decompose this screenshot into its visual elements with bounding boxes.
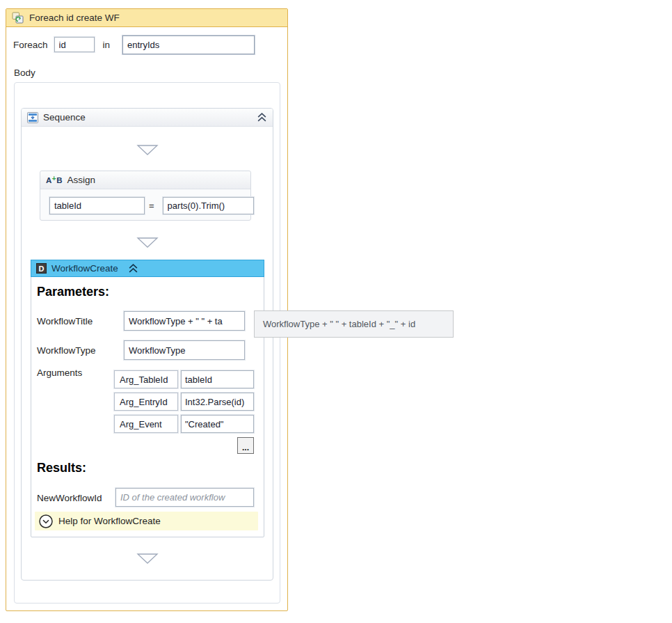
workflow-create-title: WorkflowCreate [51, 263, 118, 274]
expand-circle-chevron-icon[interactable] [38, 514, 54, 529]
workflow-title-label: WorkflowTitle [37, 316, 93, 326]
argument-value-input[interactable] [181, 415, 254, 433]
collapse-chevron-icon[interactable] [128, 263, 138, 274]
expression-tooltip: WorkflowType + " " + tableId + "_" + id [254, 310, 454, 338]
arguments-label: Arguments [37, 368, 82, 378]
assign-header[interactable]: A+B Assign [40, 171, 250, 189]
drop-arrow-icon [136, 144, 159, 156]
foreach-expression-row: Foreach in [13, 34, 255, 55]
argument-name: Arg_EntryId [114, 393, 178, 411]
foreach-item-input[interactable] [54, 37, 95, 52]
in-label: in [103, 40, 111, 50]
assign-body: = [40, 189, 250, 214]
more-arguments-button[interactable]: ... [237, 437, 254, 454]
foreach-label: Foreach [13, 40, 48, 50]
drop-arrow-icon [136, 237, 159, 249]
assign-title: Assign [67, 175, 95, 185]
collapse-chevron-icon[interactable] [257, 112, 267, 123]
assign-icon: A+B [46, 176, 62, 184]
argument-name: Arg_Event [114, 415, 178, 433]
workflow-create-content: Parameters: WorkflowTitle WorkflowType A… [31, 277, 264, 537]
help-label: Help for WorkflowCreate [58, 516, 161, 526]
drop-arrow-icon [136, 553, 159, 565]
workflow-type-label: WorkflowType [37, 345, 96, 356]
foreach-title: Foreach id create WF [29, 13, 120, 23]
results-heading: Results: [37, 461, 86, 475]
assign-to-input[interactable] [49, 197, 145, 214]
foreach-activity-header[interactable]: Foreach id create WF [6, 9, 287, 27]
assign-value-input[interactable] [163, 197, 254, 214]
new-workflow-id-label: NewWorkflowId [37, 493, 102, 503]
parameters-heading: Parameters: [37, 285, 109, 299]
help-expander[interactable]: Help for WorkflowCreate [35, 512, 258, 530]
workflow-create-header[interactable]: D WorkflowCreate [31, 260, 264, 277]
foreach-collection-input[interactable] [122, 36, 255, 54]
expression-tooltip-text: WorkflowType + " " + tableId + "_" + id [263, 319, 415, 329]
sequence-icon [27, 112, 38, 123]
sequence-activity[interactable]: Sequence A+B Assign [21, 108, 273, 581]
workflow-title-input[interactable] [124, 311, 245, 331]
body-label: Body [14, 68, 35, 78]
equals-sign: = [149, 200, 154, 211]
assign-activity[interactable]: A+B Assign = [40, 171, 251, 221]
argument-value-input[interactable] [181, 393, 254, 411]
foreach-icon [12, 12, 24, 24]
workflow-designer-canvas: Foreach id create WF Foreach in Body [0, 0, 672, 623]
workflow-create-activity[interactable]: D WorkflowCreate Parameters: WorkflowTit… [31, 260, 264, 537]
foreach-body-panel: Sequence A+B Assign [14, 82, 280, 604]
sequence-title: Sequence [43, 112, 86, 123]
new-workflow-id-input[interactable] [115, 488, 254, 507]
argument-value-input[interactable] [181, 370, 254, 388]
sequence-header[interactable]: Sequence [22, 109, 273, 127]
foreach-activity[interactable]: Foreach id create WF Foreach in Body [6, 8, 288, 611]
workflow-type-input[interactable] [124, 340, 245, 360]
workflow-create-icon: D [36, 263, 47, 274]
argument-name: Arg_TableId [114, 370, 178, 388]
